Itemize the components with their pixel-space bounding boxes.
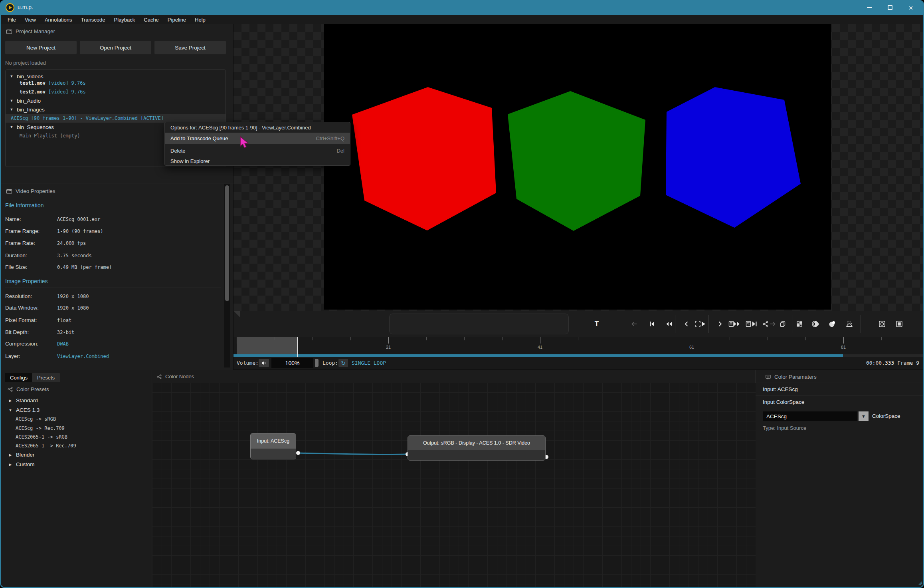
color-wheel-icon[interactable] bbox=[827, 318, 838, 330]
grain-exposure-icon[interactable] bbox=[844, 318, 855, 330]
preset-group-custom[interactable]: ▶ Custom bbox=[7, 461, 35, 467]
maximize-button[interactable] bbox=[884, 2, 896, 13]
menu-pipeline[interactable]: Pipeline bbox=[163, 17, 190, 23]
output-node[interactable]: Output: sRGB - Display - ACES 1.0 - SDR … bbox=[408, 435, 546, 461]
chevron-right-icon[interactable]: ▶ bbox=[7, 463, 14, 467]
playhead[interactable] bbox=[297, 337, 298, 357]
blue-cube bbox=[666, 87, 801, 228]
video-viewport[interactable] bbox=[233, 24, 923, 311]
shortcut-label: Del bbox=[336, 148, 344, 154]
preset-group-standard[interactable]: ▶ Standard bbox=[7, 397, 38, 403]
menu-item-delete[interactable]: Delete Del bbox=[165, 145, 350, 156]
divider bbox=[5, 288, 221, 288]
scrollbar-thumb[interactable] bbox=[225, 185, 229, 301]
loop-toggle-button[interactable]: ↻ bbox=[338, 359, 348, 367]
next-frame-icon[interactable] bbox=[714, 318, 726, 330]
tab-configs[interactable]: Configs bbox=[5, 373, 33, 382]
timeline[interactable]: 21 41 61 81 bbox=[233, 337, 923, 357]
red-cube bbox=[352, 87, 496, 230]
preset-group-blender[interactable]: ▶ Blender bbox=[7, 452, 35, 458]
colorspace-select[interactable]: ACEScg bbox=[763, 411, 857, 421]
loop-label: Loop: bbox=[323, 360, 338, 366]
context-menu-header: Options for: ACEScg [90 frames 1-90] - V… bbox=[165, 122, 350, 133]
volume-slider-handle[interactable] bbox=[315, 359, 319, 367]
preset-item[interactable]: ACEScg -> Rec.709 bbox=[16, 425, 65, 431]
minimize-icon bbox=[867, 7, 872, 8]
safe-area-icon[interactable] bbox=[894, 318, 905, 330]
input-node[interactable]: Input: ACEScg bbox=[250, 433, 296, 459]
letterbox-icon[interactable] bbox=[810, 318, 821, 330]
menu-cache[interactable]: Cache bbox=[139, 17, 163, 23]
save-project-button[interactable]: Save Project bbox=[154, 41, 226, 54]
menu-annotations[interactable]: Annotations bbox=[40, 17, 77, 23]
tree-item-bin-images[interactable]: ▼ bin_Images bbox=[6, 105, 226, 114]
tree-item-acescg-selected[interactable]: ACEScg [90 frames 1-90] - ViewLayer.Comb… bbox=[6, 114, 226, 123]
chevron-right-icon[interactable]: ▶ bbox=[7, 399, 14, 403]
menu-playback[interactable]: Playback bbox=[110, 17, 140, 23]
titlebar[interactable]: u.m.p. × bbox=[0, 0, 924, 15]
output-port[interactable] bbox=[296, 451, 300, 455]
preset-group-aces[interactable]: ▼ ACES 1.3 bbox=[7, 407, 40, 413]
transport-controls-group bbox=[389, 314, 569, 334]
menu-item-add-to-transcode-queue[interactable]: Add to Transcode Queue Ctrl+Shift+Q bbox=[165, 133, 350, 144]
menu-file[interactable]: File bbox=[3, 17, 20, 23]
scrollbar[interactable] bbox=[224, 184, 230, 368]
chevron-right-icon[interactable]: ▶ bbox=[7, 453, 14, 457]
property-row: Resolution:1920 x 1080 bbox=[5, 292, 221, 300]
preset-item[interactable]: ACES2065-1 -> Rec.709 bbox=[16, 443, 76, 449]
history-back-icon[interactable] bbox=[629, 318, 640, 330]
menubar: File View Annotations Transcode Playback… bbox=[0, 15, 924, 24]
tree-item-test1[interactable]: test1.mov [video] 9.76s bbox=[6, 79, 226, 87]
open-project-button[interactable]: Open Project bbox=[80, 41, 151, 54]
new-project-button[interactable]: New Project bbox=[5, 41, 77, 54]
tree-item-bin-audio[interactable]: ▼ bin_Audio bbox=[6, 96, 226, 105]
property-row: Name:ACEScg_0001.exr bbox=[5, 215, 221, 223]
output-node-title: Output: sRGB - Display - ACES 1.0 - SDR … bbox=[408, 436, 545, 450]
playlist-doc-icon[interactable] bbox=[726, 318, 737, 330]
dropdown-button[interactable]: ▼ bbox=[859, 411, 869, 421]
chevron-down-icon[interactable]: ▼ bbox=[9, 125, 14, 129]
property-row: Frame Rate:24.000 fps bbox=[5, 239, 221, 247]
clapperboard-icon bbox=[6, 188, 12, 194]
node-graph-canvas[interactable]: Input: ACEScg Output: sRGB - Display - A… bbox=[152, 383, 756, 588]
hidden bbox=[459, 318, 470, 330]
text-overlay-button[interactable]: T bbox=[591, 318, 602, 330]
timeline-tick bbox=[843, 337, 844, 344]
skip-to-start-icon[interactable] bbox=[647, 318, 658, 330]
shortcut-label: Ctrl+Shift+Q bbox=[316, 135, 344, 141]
chevron-down-icon[interactable]: ▼ bbox=[9, 107, 14, 111]
timeline-tick bbox=[692, 337, 692, 344]
rewind-icon[interactable] bbox=[663, 318, 675, 330]
grid-layout-icon[interactable] bbox=[794, 318, 805, 330]
toolbar-divider bbox=[793, 315, 793, 333]
report-doc-icon[interactable] bbox=[743, 318, 754, 330]
chevron-down-icon[interactable]: ▼ bbox=[9, 99, 14, 103]
copy-stack-icon[interactable] bbox=[777, 318, 788, 330]
color-parameters-header: Color Paramaters bbox=[765, 374, 817, 380]
record-safe-icon[interactable] bbox=[877, 318, 888, 330]
tab-presets[interactable]: Presets bbox=[32, 373, 60, 382]
volume-value[interactable]: 100% bbox=[271, 358, 313, 368]
timeline-tick bbox=[540, 337, 540, 344]
menu-item-show-in-explorer[interactable]: Show in Explorer bbox=[165, 156, 350, 166]
preset-item[interactable]: ACEScg -> sRGB bbox=[16, 416, 56, 422]
previous-frame-icon[interactable] bbox=[681, 318, 692, 330]
window-resize-grip[interactable] bbox=[917, 580, 922, 587]
node-graph-icon[interactable] bbox=[760, 318, 771, 330]
mute-button[interactable] bbox=[259, 359, 269, 367]
loop-mode-value[interactable]: SINGLE LOOP bbox=[352, 360, 386, 366]
preset-item[interactable]: ACES2065-1 -> sRGB bbox=[16, 434, 67, 440]
toolbar-divider bbox=[708, 315, 709, 333]
chevron-down-icon[interactable]: ▼ bbox=[7, 408, 14, 412]
configs-panel: Configs Presets Color Presets ▶ Standard… bbox=[0, 370, 152, 588]
menu-transcode[interactable]: Transcode bbox=[77, 17, 110, 23]
minimize-button[interactable] bbox=[863, 2, 875, 13]
menu-help[interactable]: Help bbox=[190, 17, 210, 23]
input-node-body bbox=[251, 449, 296, 459]
fullscreen-icon[interactable] bbox=[692, 318, 703, 330]
menu-view[interactable]: View bbox=[20, 17, 40, 23]
close-button[interactable]: × bbox=[905, 2, 917, 13]
node-connection-wire[interactable] bbox=[298, 453, 408, 455]
tree-item-test2[interactable]: test2.mov [video] 9.76s bbox=[6, 87, 226, 96]
chevron-down-icon[interactable]: ▼ bbox=[9, 74, 14, 78]
